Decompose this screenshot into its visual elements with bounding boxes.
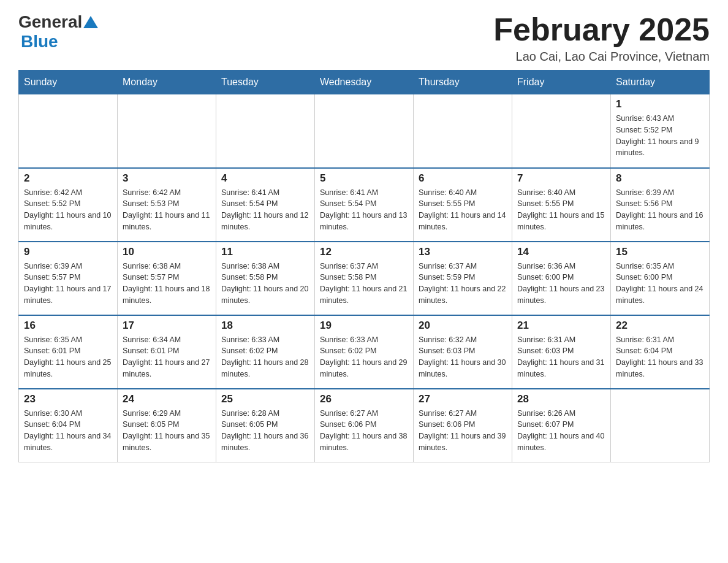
col-wednesday: Wednesday: [315, 71, 414, 94]
day-info: Sunrise: 6:41 AM Sunset: 5:54 PM Dayligh…: [221, 187, 309, 233]
table-row: 26Sunrise: 6:27 AM Sunset: 6:06 PM Dayli…: [315, 389, 414, 462]
day-info: Sunrise: 6:33 AM Sunset: 6:02 PM Dayligh…: [221, 334, 309, 380]
table-row: [19, 94, 118, 168]
calendar-week-row: 1Sunrise: 6:43 AM Sunset: 5:52 PM Daylig…: [19, 94, 710, 168]
table-row: 22Sunrise: 6:31 AM Sunset: 6:04 PM Dayli…: [611, 315, 710, 389]
logo: General Blue: [18, 12, 99, 52]
table-row: 25Sunrise: 6:28 AM Sunset: 6:05 PM Dayli…: [216, 389, 315, 462]
day-number: 28: [517, 393, 605, 405]
col-thursday: Thursday: [414, 71, 512, 94]
table-row: [611, 389, 710, 462]
day-info: Sunrise: 6:35 AM Sunset: 6:00 PM Dayligh…: [616, 261, 704, 307]
col-tuesday: Tuesday: [216, 71, 315, 94]
table-row: 1Sunrise: 6:43 AM Sunset: 5:52 PM Daylig…: [611, 94, 710, 168]
day-number: 25: [221, 393, 309, 405]
day-number: 13: [419, 246, 507, 258]
table-row: 16Sunrise: 6:35 AM Sunset: 6:01 PM Dayli…: [19, 315, 118, 389]
calendar-week-row: 23Sunrise: 6:30 AM Sunset: 6:04 PM Dayli…: [19, 389, 710, 462]
day-number: 26: [320, 393, 408, 405]
table-row: 20Sunrise: 6:32 AM Sunset: 6:03 PM Dayli…: [414, 315, 512, 389]
calendar-week-row: 9Sunrise: 6:39 AM Sunset: 5:57 PM Daylig…: [19, 242, 710, 315]
table-row: 15Sunrise: 6:35 AM Sunset: 6:00 PM Dayli…: [611, 242, 710, 315]
day-info: Sunrise: 6:31 AM Sunset: 6:03 PM Dayligh…: [517, 334, 605, 380]
table-row: 24Sunrise: 6:29 AM Sunset: 6:05 PM Dayli…: [118, 389, 216, 462]
day-number: 10: [123, 246, 211, 258]
table-row: 8Sunrise: 6:39 AM Sunset: 5:56 PM Daylig…: [611, 168, 710, 242]
table-row: 2Sunrise: 6:42 AM Sunset: 5:52 PM Daylig…: [19, 168, 118, 242]
day-number: 7: [517, 172, 605, 185]
day-info: Sunrise: 6:42 AM Sunset: 5:52 PM Dayligh…: [24, 187, 112, 233]
day-number: 22: [616, 320, 704, 332]
table-row: 14Sunrise: 6:36 AM Sunset: 6:00 PM Dayli…: [512, 242, 611, 315]
table-row: 18Sunrise: 6:33 AM Sunset: 6:02 PM Dayli…: [216, 315, 315, 389]
day-number: 27: [419, 393, 507, 405]
calendar-week-row: 2Sunrise: 6:42 AM Sunset: 5:52 PM Daylig…: [19, 168, 710, 242]
day-info: Sunrise: 6:34 AM Sunset: 6:01 PM Dayligh…: [123, 334, 211, 380]
day-number: 21: [517, 320, 605, 332]
table-row: 23Sunrise: 6:30 AM Sunset: 6:04 PM Dayli…: [19, 389, 118, 462]
col-monday: Monday: [118, 71, 216, 94]
day-info: Sunrise: 6:30 AM Sunset: 6:04 PM Dayligh…: [24, 408, 112, 454]
day-number: 20: [419, 320, 507, 332]
day-info: Sunrise: 6:29 AM Sunset: 6:05 PM Dayligh…: [123, 408, 211, 454]
month-title: February 2025: [493, 12, 710, 47]
day-number: 16: [24, 320, 112, 332]
day-info: Sunrise: 6:36 AM Sunset: 6:00 PM Dayligh…: [517, 261, 605, 307]
logo-general-text: General: [18, 12, 82, 32]
table-row: 5Sunrise: 6:41 AM Sunset: 5:54 PM Daylig…: [315, 168, 414, 242]
day-info: Sunrise: 6:33 AM Sunset: 6:02 PM Dayligh…: [320, 334, 408, 380]
table-row: 12Sunrise: 6:37 AM Sunset: 5:58 PM Dayli…: [315, 242, 414, 315]
day-info: Sunrise: 6:42 AM Sunset: 5:53 PM Dayligh…: [123, 187, 211, 233]
table-row: 7Sunrise: 6:40 AM Sunset: 5:55 PM Daylig…: [512, 168, 611, 242]
logo-blue-text: Blue: [21, 32, 58, 51]
day-number: 4: [221, 172, 309, 185]
table-row: 27Sunrise: 6:27 AM Sunset: 6:06 PM Dayli…: [414, 389, 512, 462]
calendar-table: Sunday Monday Tuesday Wednesday Thursday…: [18, 70, 710, 462]
day-info: Sunrise: 6:26 AM Sunset: 6:07 PM Dayligh…: [517, 408, 605, 454]
col-sunday: Sunday: [19, 71, 118, 94]
table-row: [118, 94, 216, 168]
day-number: 5: [320, 172, 408, 185]
logo-triangle-icon: [83, 16, 98, 28]
title-block: February 2025 Lao Cai, Lao Cai Province,…: [493, 12, 710, 64]
day-info: Sunrise: 6:27 AM Sunset: 6:06 PM Dayligh…: [419, 408, 507, 454]
table-row: 13Sunrise: 6:37 AM Sunset: 5:59 PM Dayli…: [414, 242, 512, 315]
day-info: Sunrise: 6:38 AM Sunset: 5:57 PM Dayligh…: [123, 261, 211, 307]
calendar-header-row: Sunday Monday Tuesday Wednesday Thursday…: [19, 71, 710, 94]
day-info: Sunrise: 6:28 AM Sunset: 6:05 PM Dayligh…: [221, 408, 309, 454]
day-number: 6: [419, 172, 507, 185]
day-number: 14: [517, 246, 605, 258]
day-number: 19: [320, 320, 408, 332]
table-row: [512, 94, 611, 168]
calendar-week-row: 16Sunrise: 6:35 AM Sunset: 6:01 PM Dayli…: [19, 315, 710, 389]
table-row: 10Sunrise: 6:38 AM Sunset: 5:57 PM Dayli…: [118, 242, 216, 315]
table-row: 6Sunrise: 6:40 AM Sunset: 5:55 PM Daylig…: [414, 168, 512, 242]
day-number: 11: [221, 246, 309, 258]
table-row: 21Sunrise: 6:31 AM Sunset: 6:03 PM Dayli…: [512, 315, 611, 389]
day-info: Sunrise: 6:35 AM Sunset: 6:01 PM Dayligh…: [24, 334, 112, 380]
table-row: 28Sunrise: 6:26 AM Sunset: 6:07 PM Dayli…: [512, 389, 611, 462]
day-number: 1: [616, 98, 704, 110]
page-header: General Blue February 2025 Lao Cai, Lao …: [18, 12, 710, 64]
table-row: 11Sunrise: 6:38 AM Sunset: 5:58 PM Dayli…: [216, 242, 315, 315]
day-number: 15: [616, 246, 704, 258]
day-info: Sunrise: 6:39 AM Sunset: 5:57 PM Dayligh…: [24, 261, 112, 307]
day-info: Sunrise: 6:41 AM Sunset: 5:54 PM Dayligh…: [320, 187, 408, 233]
day-number: 24: [123, 393, 211, 405]
table-row: [414, 94, 512, 168]
day-info: Sunrise: 6:43 AM Sunset: 5:52 PM Dayligh…: [616, 113, 704, 159]
table-row: 19Sunrise: 6:33 AM Sunset: 6:02 PM Dayli…: [315, 315, 414, 389]
col-friday: Friday: [512, 71, 611, 94]
table-row: 9Sunrise: 6:39 AM Sunset: 5:57 PM Daylig…: [19, 242, 118, 315]
table-row: [216, 94, 315, 168]
day-number: 12: [320, 246, 408, 258]
day-info: Sunrise: 6:39 AM Sunset: 5:56 PM Dayligh…: [616, 187, 704, 233]
day-info: Sunrise: 6:37 AM Sunset: 5:58 PM Dayligh…: [320, 261, 408, 307]
day-number: 23: [24, 393, 112, 405]
table-row: [315, 94, 414, 168]
day-info: Sunrise: 6:27 AM Sunset: 6:06 PM Dayligh…: [320, 408, 408, 454]
day-info: Sunrise: 6:40 AM Sunset: 5:55 PM Dayligh…: [419, 187, 507, 233]
day-number: 2: [24, 172, 112, 185]
day-info: Sunrise: 6:37 AM Sunset: 5:59 PM Dayligh…: [419, 261, 507, 307]
table-row: 4Sunrise: 6:41 AM Sunset: 5:54 PM Daylig…: [216, 168, 315, 242]
